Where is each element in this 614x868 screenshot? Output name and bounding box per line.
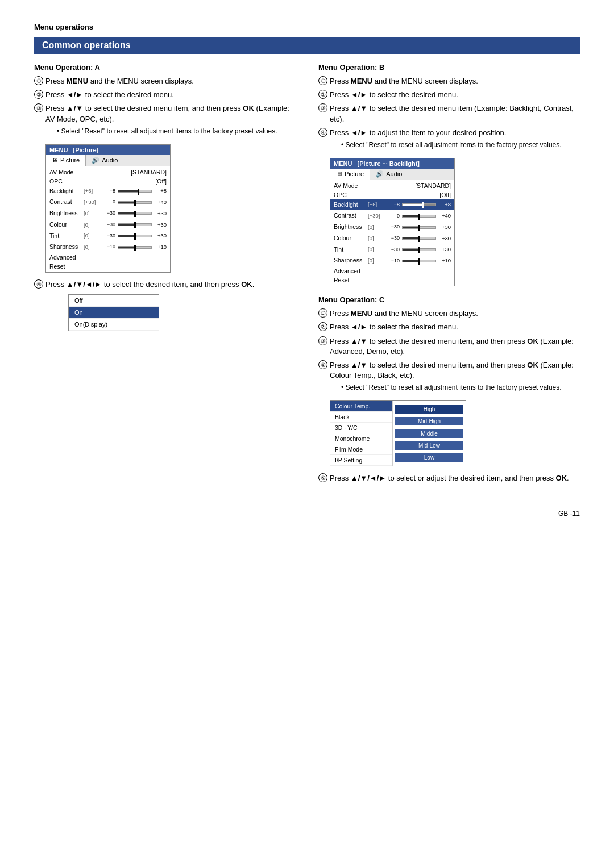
step-num-b1: ① [318,76,327,85]
step-c-3: ③ Press ▲/▼ to select the desired menu i… [318,336,580,357]
step-c-1: ① Press MENU and the MENU screen display… [318,308,580,319]
step-content-b3: Press ▲/▼ to select the desired menu ite… [330,103,580,124]
menu-op-b-steps: ① Press MENU and the MENU screen display… [318,76,580,153]
step-c-2: ② Press ◄/► to select the desired menu. [318,322,580,332]
step-num-c5: ⑤ [318,473,327,482]
colour-right-midlow: Mid-Low [395,441,463,450]
page-footer: GB -11 [34,510,580,518]
menu-rows-b: AV Mode[STANDARD] OPC[Off] Backlight [+6… [330,180,454,286]
tab-picture-b: 🖥 Picture [330,169,370,180]
step-num-c2: ② [318,322,327,331]
menu-row-brightness-b: Brightness [0] −30 +30 [330,222,454,233]
step-num-a3: ③ [34,103,43,112]
menu-op-b-title: Menu Operation: B [318,63,580,72]
colour-right-panel: High Mid-High Middle Mid-Low Low [393,401,466,466]
picture-icon-a: 🖥 [52,157,58,164]
step-c-5: ⑤ Press ▲/▼/◄/► to select or adjust the … [318,473,580,483]
menu-row-opc-a: OPC[Off] [46,177,170,186]
step-b-3: ③ Press ▲/▼ to select the desired menu i… [318,103,580,124]
menu-rows-a: AV Mode[STANDARD] OPC[Off] Backlight [+6… [46,166,170,273]
menu-row-tint-a: Tint [0] −30 +30 [46,231,170,242]
menu-tabs-a: 🖥 Picture 🔊 Audio [46,155,170,166]
submenu-on: On [69,307,159,319]
menu-row-avmode-a: AV Mode[STANDARD] [46,168,170,177]
bold-updown-c4: ▲/▼ [351,361,367,369]
step-content-c5: Press ▲/▼/◄/► to select or adjust the de… [330,473,580,483]
menu-header-b: MENU [Picture ··· Backlight] [330,158,454,169]
menu-op-a-steps: ① Press MENU and the MENU screen display… [34,76,296,140]
step-num-a1: ① [34,76,43,85]
step-num-a4: ④ [34,279,43,289]
menu-row-reset-a: Reset [46,262,170,271]
bold-ok-a4: OK [241,280,252,289]
menu-header-a: MENU [Picture] [46,145,170,155]
bold-menu-b1: MENU [351,77,372,85]
menu-row-brightness-a: Brightness [0] −30 +30 [46,208,170,219]
col-right: Menu Operation: B ① Press MENU and the M… [318,63,580,487]
bold-allarrows-a4: ▲/▼/◄/► [67,280,102,289]
step-content-c4: Press ▲/▼ to select the desired menu ite… [330,360,580,396]
picture-icon-b: 🖥 [336,170,342,177]
menu-operations-label: Menu operations [34,23,580,31]
bold-arrows-b2: ◄/► [351,90,367,99]
bullet-note-c4: • Select "Reset" to reset all adjustment… [341,383,580,393]
menu-row-advanced-b: Advanced [330,266,454,276]
step-content-a1: Press MENU and the MENU screen displays. [45,76,296,86]
step-b-1: ① Press MENU and the MENU screen display… [318,76,580,86]
bold-arrows-a2: ◄/► [67,90,83,99]
colour-right-middle: Middle [395,429,463,438]
menu-screen-b: MENU [Picture ··· Backlight] 🖥 Picture 🔊… [330,158,455,287]
step-content-b2: Press ◄/► to select the desired menu. [330,90,580,100]
colour-temp-screen: Colour Temp. Black 3D · Y/C Monochrome F… [330,400,466,466]
menu-row-avmode-b: AV Mode[STANDARD] [330,181,454,190]
menu-row-advanced-a: Advanced [46,253,170,262]
menu-row-sharpness-a: Sharpness [0] −10 +10 [46,241,170,253]
step-num-b3: ③ [318,103,327,112]
colour-item-colourtemp: Colour Temp. [330,401,392,412]
bold-ok-c3: OK [527,337,538,345]
col-left: Menu Operation: A ① Press MENU and the M… [34,63,296,487]
step-content-c1: Press MENU and the MENU screen displays. [330,308,580,319]
colour-item-ipsetting: I/P Setting [330,455,392,466]
tab-picture-a: 🖥 Picture [46,155,86,166]
tab-audio-a: 🔊 Audio [86,155,123,166]
page-number: GB -11 [558,510,580,518]
colour-right-midhigh: Mid-High [395,417,463,425]
bold-ok-c4: OK [527,361,538,369]
colour-item-black: Black [330,412,392,423]
menu-op-c-steps: ① Press MENU and the MENU screen display… [318,308,580,396]
colour-item-monochrome: Monochrome [330,433,392,444]
menu-row-contrast-a: Contrast [+30] 0 +40 [46,197,170,208]
audio-icon-a: 🔊 [92,157,99,164]
menu-row-sharpness-b: Sharpness [0] −10 +10 [330,255,454,266]
step-a-4: ④ Press ▲/▼/◄/► to select the desired it… [34,279,296,290]
menu-op-c-step5: ⑤ Press ▲/▼/◄/► to select or adjust the … [318,473,580,483]
menu-row-backlight-b: Backlight [+6] −8 +8 [330,199,454,211]
step-a-2: ② Press ◄/► to select the desired menu. [34,90,296,100]
menu-op-a-step4: ④ Press ▲/▼/◄/► to select the desired it… [34,279,296,290]
audio-icon-b: 🔊 [376,170,384,178]
colour-right-low: Low [395,453,463,462]
tab-audio-b: 🔊 Audio [370,169,408,180]
bold-menu: MENU [67,77,88,85]
submenu-ondisplay: On(Display) [69,319,159,331]
submenu-screen-a: Off On On(Display) [68,294,159,331]
bold-updown-a3: ▲/▼ [67,104,83,112]
step-b-2: ② Press ◄/► to select the desired menu. [318,90,580,100]
bold-allarrows-c5: ▲/▼/◄/► [351,474,386,482]
step-num-c1: ① [318,308,327,318]
bold-arrows-b4: ◄/► [351,128,367,137]
step-num-b4: ④ [318,128,327,137]
step-num-c4: ④ [318,360,327,369]
page-header: Menu operations [34,23,580,31]
menu-op-c-title: Menu Operation: C [318,295,580,304]
bold-arrows-c2: ◄/► [351,323,367,331]
step-content-a2: Press ◄/► to select the desired menu. [45,90,296,100]
section-title: Common operations [34,37,580,54]
menu-row-colour-b: Colour [0] −30 +30 [330,233,454,244]
submenu-off: Off [69,295,159,307]
bold-menu-c1: MENU [351,309,372,318]
bold-ok-a3: OK [243,104,254,112]
colour-right-high: High [395,405,463,414]
step-a-1: ① Press MENU and the MENU screen display… [34,76,296,86]
